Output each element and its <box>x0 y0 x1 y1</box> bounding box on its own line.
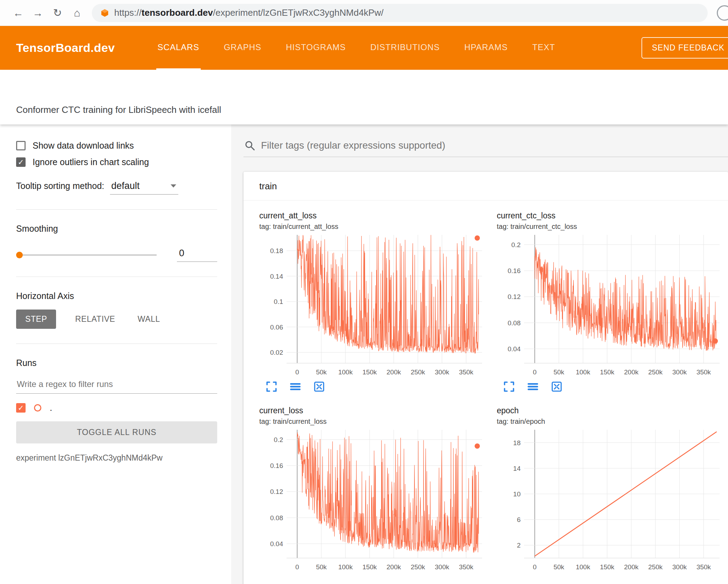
svg-text:200k: 200k <box>386 563 401 571</box>
svg-text:300k: 300k <box>672 563 687 571</box>
ignore-outliers-checkbox[interactable]: ✓ <box>16 157 26 167</box>
tab-graphs[interactable]: GRAPHS <box>222 26 263 70</box>
chart-current-loss: current_loss tag: train/current_loss 050… <box>259 406 487 573</box>
scalar-chart[interactable]: 050k100k150k200k250k300k350k0.020.060.10… <box>259 231 487 379</box>
chart-title: current_ctc_loss <box>497 211 724 220</box>
scalar-chart[interactable]: 050k100k150k200k250k300k350k0.040.080.12… <box>497 231 724 379</box>
run-checkbox[interactable]: ✓ <box>16 403 26 413</box>
scalar-chart[interactable]: 050k100k150k200k250k300k350k0.040.080.12… <box>259 426 487 573</box>
expand-chart-icon[interactable] <box>266 381 277 393</box>
browser-chrome: ← → ↻ ⌂ https://tensorboard.dev/experime… <box>0 0 728 26</box>
filter-tags-row[interactable]: Filter tags (regular expressions support… <box>243 140 728 157</box>
svg-text:0.04: 0.04 <box>508 345 521 353</box>
fit-domain-icon[interactable] <box>313 381 325 393</box>
svg-text:50k: 50k <box>554 563 564 571</box>
experiment-caption: experiment lzGnETjwRxC3yghNMd4kPw <box>16 453 217 463</box>
expand-chart-icon[interactable] <box>503 381 515 393</box>
reload-button[interactable]: ↻ <box>48 7 67 19</box>
show-download-links-label: Show data download links <box>33 141 134 151</box>
tab-hparams[interactable]: HPARAMS <box>463 26 509 70</box>
svg-text:250k: 250k <box>648 563 663 571</box>
train-section-header[interactable]: train <box>243 172 728 201</box>
smoothing-slider[interactable] <box>16 252 157 258</box>
svg-text:0.1: 0.1 <box>274 298 283 305</box>
run-row[interactable]: ✓ . <box>16 403 217 413</box>
svg-text:250k: 250k <box>411 563 425 571</box>
tab-scalars[interactable]: SCALARS <box>156 26 201 70</box>
svg-text:350k: 350k <box>696 563 711 571</box>
tooltip-sorting-select[interactable]: default <box>110 181 178 195</box>
axis-wall-button[interactable]: WALL <box>134 310 164 329</box>
slider-thumb[interactable] <box>16 252 23 258</box>
divider <box>16 344 217 344</box>
chart-current-att-loss: current_att_loss tag: train/current_att_… <box>259 211 487 393</box>
svg-text:18: 18 <box>513 439 521 447</box>
svg-text:0.14: 0.14 <box>270 273 283 280</box>
chevron-down-icon <box>171 184 176 188</box>
svg-text:200k: 200k <box>624 368 639 376</box>
tab-histograms[interactable]: HISTOGRAMS <box>284 26 347 70</box>
svg-text:0: 0 <box>295 563 299 571</box>
chart-tag: tag: train/current_loss <box>259 417 487 426</box>
svg-text:150k: 150k <box>600 368 614 376</box>
svg-text:350k: 350k <box>459 563 474 571</box>
url-text: https://tensorboard.dev/experiment/lzGnE… <box>114 7 384 18</box>
tab-distributions[interactable]: DISTRIBUTIONS <box>369 26 441 70</box>
show-download-links-row[interactable]: Show data download links <box>16 141 217 151</box>
tensorboard-favicon <box>100 8 109 18</box>
ignore-outliers-label: Ignore outliers in chart scaling <box>33 157 149 167</box>
show-download-links-checkbox[interactable] <box>16 141 26 150</box>
runs-filter-input[interactable] <box>16 377 217 394</box>
send-feedback-button[interactable]: SEND FEEDBACK <box>641 37 728 59</box>
charts-grid: current_att_loss tag: train/current_att_… <box>243 201 728 584</box>
ignore-outliers-row[interactable]: ✓ Ignore outliers in chart scaling <box>16 157 217 167</box>
chart-current-ctc-loss: current_ctc_loss tag: train/current_ctc_… <box>497 211 724 393</box>
experiment-strip: Conformer CTC training for LibriSpeech w… <box>0 70 728 124</box>
horizontal-axis-buttons: STEP RELATIVE WALL <box>16 310 217 329</box>
svg-text:50k: 50k <box>316 368 327 376</box>
svg-text:0.04: 0.04 <box>270 540 283 548</box>
chart-tag: tag: train/epoch <box>497 417 724 426</box>
svg-text:0.02: 0.02 <box>270 349 283 356</box>
svg-text:50k: 50k <box>316 563 327 571</box>
address-bar[interactable]: https://tensorboard.dev/experiment/lzGnE… <box>92 4 708 22</box>
svg-text:100k: 100k <box>338 563 353 571</box>
svg-text:0: 0 <box>295 368 299 376</box>
runs-menu-icon[interactable] <box>289 381 301 393</box>
runs-menu-icon[interactable] <box>527 381 539 393</box>
run-name: . <box>50 403 52 413</box>
nav-tabs: SCALARS GRAPHS HISTOGRAMS DISTRIBUTIONS … <box>156 26 557 70</box>
svg-text:0.08: 0.08 <box>270 514 283 522</box>
forward-button[interactable]: → <box>28 7 48 19</box>
divider <box>16 277 217 277</box>
slider-track[interactable] <box>16 254 157 256</box>
fit-domain-icon[interactable] <box>551 381 563 393</box>
search-icon <box>244 140 255 151</box>
main-panel: Filter tags (regular expressions support… <box>231 124 728 584</box>
tab-text[interactable]: TEXT <box>531 26 556 70</box>
svg-text:6: 6 <box>517 516 521 523</box>
chart-title: epoch <box>497 406 724 415</box>
home-button[interactable]: ⌂ <box>67 7 87 19</box>
axis-step-button[interactable]: STEP <box>16 310 56 329</box>
back-button[interactable]: ← <box>8 7 28 19</box>
svg-text:200k: 200k <box>624 563 639 571</box>
svg-text:200k: 200k <box>386 368 401 376</box>
svg-text:0.12: 0.12 <box>508 293 521 300</box>
divider <box>16 209 217 210</box>
svg-text:100k: 100k <box>576 563 590 571</box>
svg-text:50k: 50k <box>554 368 564 376</box>
settings-sidebar: Show data download links ✓ Ignore outlie… <box>0 124 231 584</box>
svg-text:2: 2 <box>517 542 521 549</box>
svg-text:150k: 150k <box>362 563 377 571</box>
app-header: TensorBoard.dev SCALARS GRAPHS HISTOGRAM… <box>0 26 728 70</box>
svg-text:100k: 100k <box>576 368 590 376</box>
scalar-chart[interactable]: 050k100k150k200k250k300k350k26101418 <box>497 426 724 573</box>
profile-avatar[interactable] <box>717 5 728 21</box>
toggle-all-runs-button[interactable]: TOGGLE ALL RUNS <box>16 421 217 443</box>
svg-text:0.2: 0.2 <box>274 436 283 443</box>
svg-text:10: 10 <box>513 490 521 498</box>
axis-relative-button[interactable]: RELATIVE <box>71 310 118 329</box>
svg-text:250k: 250k <box>411 368 425 376</box>
smoothing-value-field[interactable]: 0 <box>177 248 217 262</box>
